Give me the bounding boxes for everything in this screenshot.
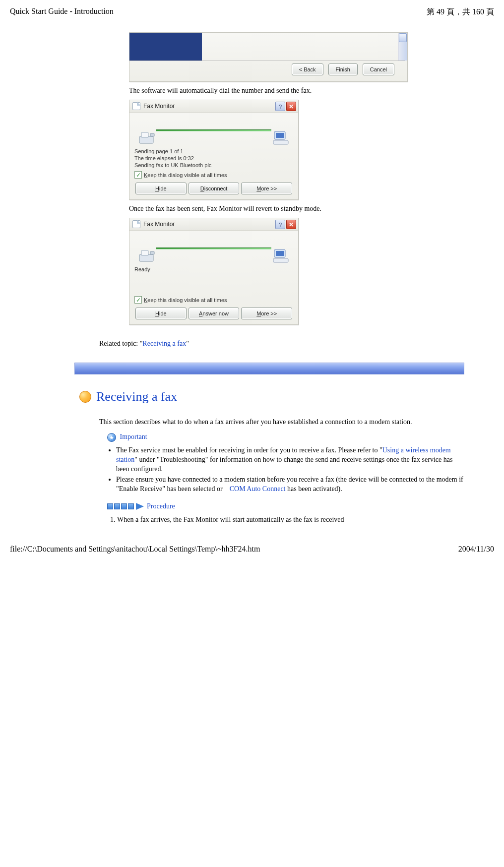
procedure-step-1: When a fax arrives, the Fax Monitor will… xyxy=(117,515,464,525)
hide-button[interactable]: Hide xyxy=(135,308,187,319)
fax-doc-icon xyxy=(132,220,140,228)
dialog-title-text: Fax Monitor xyxy=(143,221,175,228)
computer-icon xyxy=(272,248,290,263)
svg-rect-8 xyxy=(150,251,154,254)
answer-now-button[interactable]: Answer now xyxy=(189,308,240,319)
wizard-panel: < Back Finish Cancel xyxy=(129,32,408,82)
keep-visible-label: Keep this dialog visible at all times xyxy=(144,172,227,178)
file-path: file://C:\Documents and Settings\anitach… xyxy=(10,545,260,554)
file-date: 2004/11/30 xyxy=(458,545,494,554)
cancel-button[interactable]: Cancel xyxy=(363,63,394,75)
related-link[interactable]: Receiving a fax xyxy=(142,340,186,347)
help-button[interactable]: ? xyxy=(275,102,285,111)
svg-rect-1 xyxy=(141,132,148,137)
close-button[interactable]: ✕ xyxy=(286,102,296,111)
status-line-1: Sending page 1 of 1 xyxy=(134,148,293,154)
link-com-auto-connect[interactable]: COM Auto Connect xyxy=(230,485,286,493)
status-line-2: The time elapsed is 0:32 xyxy=(134,155,293,161)
important-star-icon: ★ xyxy=(107,433,116,442)
disconnect-button[interactable]: Disconnect xyxy=(189,183,240,194)
fax-monitor-ready-dialog: Fax Monitor ? ✕ xyxy=(129,218,299,325)
wizard-sidebar-image xyxy=(129,33,202,61)
dialog-titlebar: Fax Monitor ? ✕ xyxy=(129,100,298,113)
section-intro: This section describes what to do when a… xyxy=(99,418,464,426)
finish-button[interactable]: Finish xyxy=(328,63,358,75)
important-label: Important xyxy=(120,433,147,440)
procedure-label: Procedure xyxy=(147,502,175,510)
section-divider-bar xyxy=(74,363,464,374)
important-bullet-1: The Fax service must be enabled for rece… xyxy=(116,446,464,474)
fax-doc-icon xyxy=(132,102,140,110)
important-bullet-2: Please ensure you have connected to a mo… xyxy=(116,475,464,494)
fax-machine-icon xyxy=(137,249,157,263)
dialog-title-text: Fax Monitor xyxy=(143,103,175,110)
keep-visible-label: Keep this dialog visible at all times xyxy=(144,297,227,303)
svg-rect-5 xyxy=(273,140,288,144)
paragraph-after-wizard: The software will automatically dial the… xyxy=(129,87,464,95)
svg-rect-7 xyxy=(141,250,148,255)
svg-rect-2 xyxy=(150,133,154,136)
dialog-titlebar: Fax Monitor ? ✕ xyxy=(129,218,298,231)
section-heading: Receiving a fax xyxy=(96,389,177,404)
wizard-scrollbar[interactable] xyxy=(398,33,407,61)
paragraph-after-sending: Once the fax has been sent, Fax Monitor … xyxy=(129,205,464,213)
help-button[interactable]: ? xyxy=(275,220,285,229)
svg-rect-11 xyxy=(273,258,288,262)
keep-visible-checkbox[interactable]: ✓ xyxy=(134,296,142,304)
doc-title: Quick Start Guide - Introduction xyxy=(10,7,114,17)
computer-icon xyxy=(272,130,290,145)
procedure-arrow-icon xyxy=(136,503,144,510)
more-button[interactable]: More >> xyxy=(241,308,292,319)
page-header: Quick Start Guide - Introduction 第 49 頁，… xyxy=(10,7,494,17)
procedure-blocks-icon xyxy=(107,503,134,509)
hide-button[interactable]: Hide xyxy=(135,183,187,194)
status-ready: Ready xyxy=(134,266,293,272)
svg-rect-10 xyxy=(276,251,284,256)
page-indicator: 第 49 頁，共 160 頁 xyxy=(427,7,494,17)
close-button[interactable]: ✕ xyxy=(286,220,296,229)
keep-visible-checkbox[interactable]: ✓ xyxy=(134,171,142,179)
page-footer: file://C:\Documents and Settings\anitach… xyxy=(10,545,494,554)
section-bullet-icon xyxy=(79,391,91,403)
fax-monitor-sending-dialog: Fax Monitor ? ✕ xyxy=(129,100,299,200)
svg-rect-4 xyxy=(276,133,284,138)
back-button[interactable]: < Back xyxy=(292,63,323,75)
fax-machine-icon xyxy=(137,131,157,145)
more-button[interactable]: More >> xyxy=(241,183,292,194)
status-line-3: Sending fax to UK Bluetooth plc xyxy=(134,162,293,168)
related-topic: Related topic: "Receiving a fax" xyxy=(99,340,464,348)
